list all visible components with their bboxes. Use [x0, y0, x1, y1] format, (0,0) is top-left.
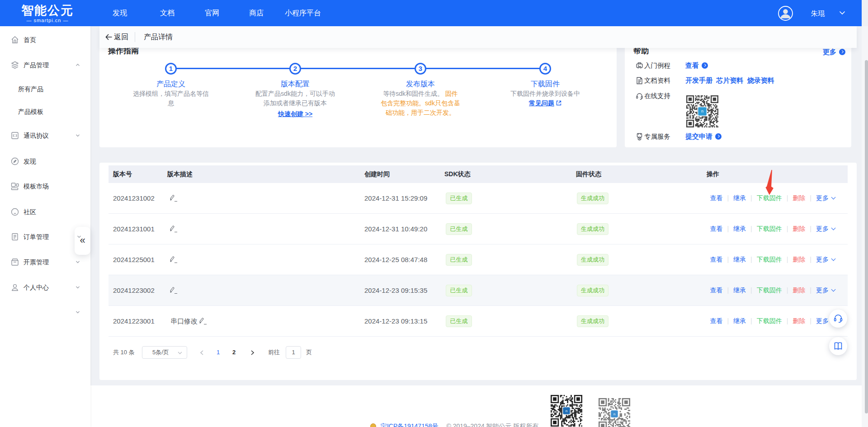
svg-text:n: n	[613, 412, 615, 416]
svg-text:n: n	[566, 409, 567, 413]
svg-text:n: n	[701, 109, 703, 113]
